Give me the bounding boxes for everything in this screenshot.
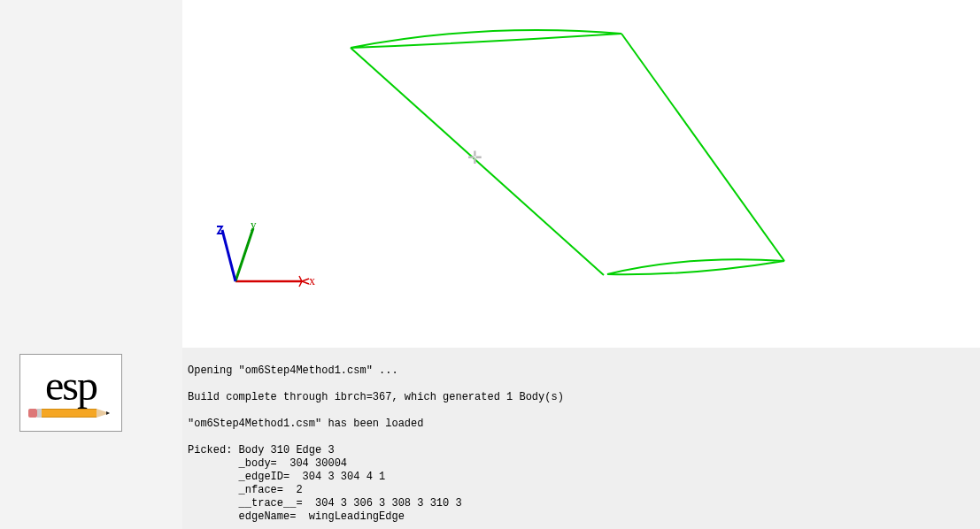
- console-line: Build complete through ibrch=367, which …: [188, 391, 564, 403]
- console-line: edgeName= wingLeadingEdge: [188, 510, 405, 523]
- app-logo: esp: [19, 354, 122, 432]
- svg-rect-2: [42, 409, 96, 418]
- svg-rect-1: [37, 409, 42, 418]
- console-line: _nface= 2: [188, 484, 303, 496]
- console-line: _edgeID= 304 3 304 4 1: [188, 471, 385, 483]
- svg-marker-6: [106, 411, 110, 415]
- svg-rect-3: [42, 409, 96, 410]
- axis-y-label: y: [251, 219, 257, 231]
- console-line: Picked: Body 310 Edge 3: [188, 444, 335, 456]
- console-line: _body= 304 30004: [188, 457, 347, 470]
- app-logo-text: esp: [45, 366, 96, 404]
- svg-rect-0: [28, 409, 37, 418]
- svg-line-7: [351, 48, 604, 275]
- axis-x-label: x: [309, 274, 315, 288]
- svg-line-10: [235, 228, 253, 281]
- pencil-icon: [28, 407, 113, 419]
- viewport-3d[interactable]: ✛ x y: [182, 0, 980, 348]
- console-line: Opening "om6Step4Method1.csm" ...: [188, 364, 398, 377]
- console-line: __trace__= 304 3 306 3 308 3 310 3: [188, 497, 462, 510]
- console-output[interactable]: Opening "om6Step4Method1.csm" ... Build …: [182, 348, 980, 529]
- axis-triad: x y: [213, 219, 320, 299]
- console-line: "om6Step4Method1.csm" has been loaded: [188, 418, 423, 430]
- svg-rect-4: [42, 417, 96, 418]
- sidebar: esp: [0, 0, 182, 529]
- main-area: ✛ x y Opening "om6Step4Method1.csm" ... …: [182, 0, 980, 529]
- svg-line-11: [222, 230, 235, 281]
- svg-line-8: [621, 34, 784, 261]
